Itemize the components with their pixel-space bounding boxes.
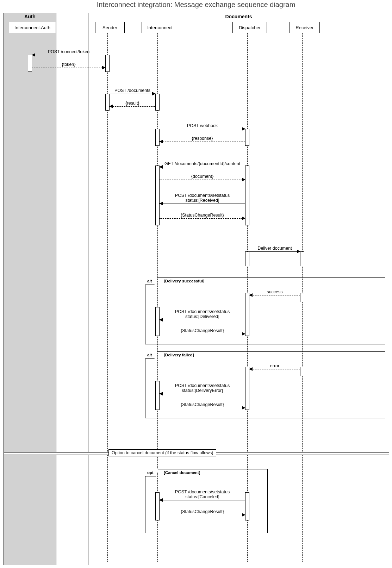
frame-alt-failed-tag: alt [145,351,157,359]
participant-receiver: Receiver [290,22,320,33]
frame-alt-failed-guard: [Delivery failed] [164,353,194,357]
activation-recv-1 [300,251,304,266]
participant-dispatcher: Dispatcher [232,22,267,33]
diagram-title: Interconnect integration: Message exchan… [0,1,392,9]
participant-interconnect: Interconnect [142,22,178,33]
activation-disp-3 [245,251,249,266]
frame-alt-success-guard: [Delivery successful] [164,279,204,283]
activation-disp-6 [245,492,249,520]
lifeline-auth [30,33,30,562]
activation-recv-3 [300,367,304,376]
participant-sender: Sender [95,22,125,33]
lifeline-sender [107,33,108,562]
frame-alt-success-tag: alt [145,277,157,285]
activation-disp-5 [245,367,249,410]
sequence-diagram: Interconnect integration: Message exchan… [0,0,392,568]
activation-auth-1 [28,55,32,72]
activation-ic-3 [155,166,160,225]
activation-ic-4 [155,307,160,336]
activation-recv-2 [300,293,304,302]
participant-auth: Interconnect.Auth [9,22,56,33]
activation-ic-5 [155,381,160,410]
frame-opt-cancel-tag: opt [145,469,159,476]
activation-ic-1 [155,94,160,111]
activation-disp-1 [245,129,249,146]
divider-text: Option to cancel document (if the status… [108,449,216,456]
activation-ic-6 [155,492,160,520]
activation-disp-4 [245,293,249,336]
lane-auth-title: Auth [4,14,56,19]
activation-disp-2 [245,166,249,225]
activation-sender-1 [105,55,110,72]
lane-documents-title: Documents [88,14,389,19]
frame-opt-cancel-guard: [Cancel document] [164,470,200,475]
